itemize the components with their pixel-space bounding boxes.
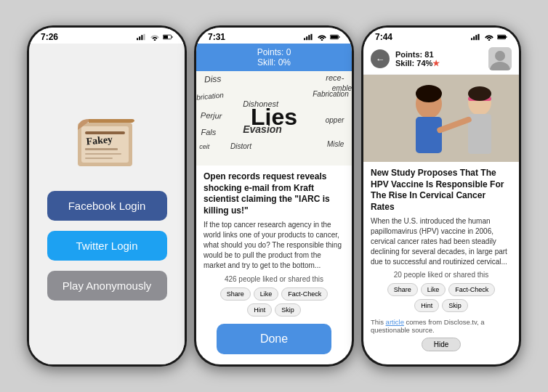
user-avatar [488, 47, 512, 70]
status-icons-2 [304, 33, 340, 41]
wifi-icon-2 [317, 33, 327, 41]
time-3: 7:44 [375, 32, 392, 42]
wifi-icon-3 [484, 33, 494, 41]
word-perjur: Perjur [201, 110, 222, 120]
status-bar-2: 7:31 [196, 28, 352, 44]
signal-icon-2 [304, 33, 314, 41]
share-button-3[interactable]: Share [387, 283, 418, 296]
time-1: 7:26 [41, 32, 58, 42]
svg-rect-16 [306, 36, 307, 40]
svg-rect-18 [310, 34, 312, 40]
article-image-3 [363, 75, 519, 162]
phone3-header: ← Points: 81 Skill: 74%★ [363, 44, 519, 75]
word-opper: opper [326, 116, 344, 124]
status-bar-1: 7:26 [29, 28, 185, 44]
phone-2: 7:31 Points: 0 Skill: 0% Diss rece- embl [194, 25, 354, 367]
source-note: This article comes from Disclose.tv, a q… [371, 318, 512, 334]
svg-rect-1 [139, 36, 140, 40]
svg-rect-17 [308, 35, 310, 40]
article-image: Diss rece- emble brication Dishonest Per… [196, 71, 352, 166]
svg-rect-13 [85, 153, 121, 155]
svg-rect-25 [475, 35, 477, 40]
phone2-header: Points: 0 Skill: 0% [196, 44, 352, 71]
word-rece: rece- [326, 73, 344, 82]
svg-rect-3 [143, 34, 145, 40]
points-skill-container: Points: 81 Skill: 74%★ [395, 50, 483, 68]
likes-count-2: 426 people liked or shared this [204, 275, 344, 283]
facebook-login-button[interactable]: Facebook Login [47, 191, 167, 221]
fakey-logo-svg: Fakey [70, 108, 143, 173]
svg-rect-24 [473, 36, 475, 40]
svg-rect-30 [498, 36, 506, 38]
like-button-2[interactable]: Like [254, 287, 279, 301]
twitter-login-button[interactable]: Twitter Login [47, 231, 167, 261]
avatar-svg [488, 47, 512, 70]
skill-display-3: Skill: 74%★ [395, 59, 483, 68]
svg-text:Fakey: Fakey [86, 134, 113, 147]
action-buttons-row1: Share Like Fact-Check [204, 287, 344, 301]
svg-rect-7 [164, 36, 168, 38]
article-title-2: Open records request reveals shocking e-… [204, 171, 344, 216]
likes-count-3: 20 people liked or shared this [371, 271, 512, 279]
phone2-content: Diss rece- emble brication Dishonest Per… [196, 71, 352, 364]
hint-button-2[interactable]: Hint [247, 303, 272, 317]
word-brication: brication [196, 91, 224, 101]
svg-rect-26 [478, 34, 479, 40]
svg-point-27 [488, 39, 491, 41]
svg-rect-0 [137, 38, 138, 40]
svg-rect-40 [468, 114, 491, 154]
article-body: Open records request reveals shocking e-… [196, 166, 352, 364]
svg-rect-15 [304, 38, 305, 40]
article-text-2: If the top cancer research agency in the… [204, 220, 344, 271]
anon-play-button[interactable]: Play Anonymously [47, 271, 167, 301]
app-logo: Fakey [70, 108, 143, 173]
svg-point-32 [495, 51, 505, 61]
phone-3: 7:44 ← Points: 81 Skill: 74%★ [361, 25, 521, 367]
like-button-3[interactable]: Like [421, 283, 446, 296]
status-icons-3 [471, 33, 507, 41]
word-distort: Distort [230, 142, 251, 150]
svg-point-42 [468, 86, 491, 101]
hint-button-3[interactable]: Hint [414, 299, 439, 312]
skill-display: Skill: 0% [204, 57, 344, 68]
svg-rect-12 [85, 148, 118, 150]
action-buttons-row1-3: Share Like Fact-Check [371, 283, 512, 296]
word-fabrication: Fabrication [313, 90, 348, 98]
word-evasion: Evasion [243, 123, 282, 135]
status-bar-3: 7:44 [363, 28, 519, 44]
done-button[interactable]: Done [217, 324, 331, 354]
svg-rect-21 [339, 36, 339, 38]
battery-icon-2 [330, 33, 340, 41]
article-photo-svg [363, 75, 519, 162]
svg-rect-14 [85, 158, 113, 159]
svg-rect-37 [416, 117, 442, 153]
wifi-icon [150, 33, 160, 41]
svg-rect-6 [172, 36, 172, 38]
skill-star: ★ [432, 59, 440, 68]
factcheck-button-2[interactable]: Fact-Check [281, 287, 328, 301]
skip-button-2[interactable]: Skip [275, 303, 301, 317]
word-fals: Fals [201, 128, 216, 136]
factcheck-button-3[interactable]: Fact-Check [448, 283, 495, 296]
skip-button-3[interactable]: Skip [442, 299, 468, 312]
word-ceit: ceit [199, 143, 209, 150]
word-diss: Diss [204, 73, 221, 84]
points-display: Points: 0 [204, 47, 344, 57]
article-link[interactable]: article [386, 318, 404, 326]
hide-button[interactable]: Hide [422, 338, 462, 351]
svg-point-38 [416, 85, 442, 102]
svg-rect-23 [471, 38, 472, 40]
svg-rect-29 [506, 36, 507, 38]
word-misle: Misle [327, 140, 344, 148]
action-buttons-row2-3: Hint Skip [371, 299, 512, 312]
share-button-2[interactable]: Share [220, 287, 251, 301]
lies-words-bg: Diss rece- emble brication Dishonest Per… [196, 71, 352, 166]
battery-icon [163, 33, 173, 41]
phone1-content: Fakey Facebook Login Twitter Login Play … [29, 44, 185, 364]
back-button[interactable]: ← [371, 49, 390, 68]
action-buttons-row2: Hint Skip [204, 303, 344, 317]
svg-point-19 [321, 39, 323, 41]
phone-1: 7:26 [27, 25, 187, 367]
signal-icon [137, 33, 147, 41]
status-icons-1 [137, 33, 173, 41]
